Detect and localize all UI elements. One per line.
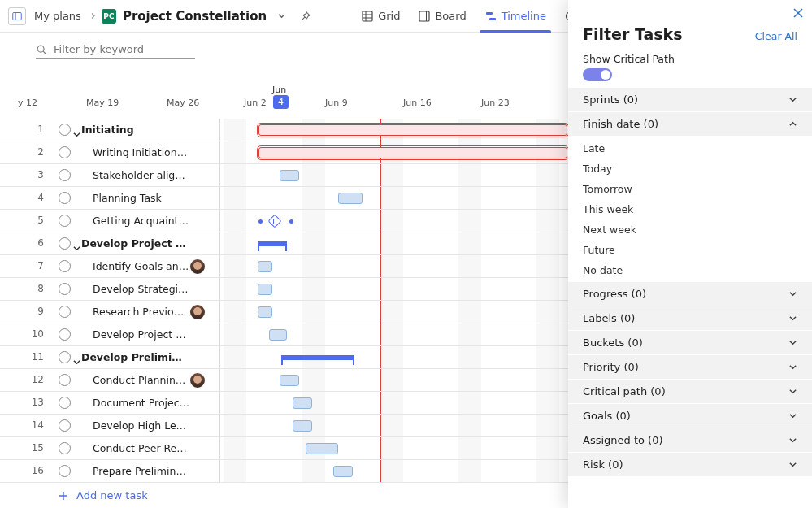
- task-row[interactable]: 16 Prepare Preliminary ...: [0, 460, 568, 482]
- complete-circle[interactable]: [59, 351, 71, 363]
- gantt-bar[interactable]: [293, 420, 312, 432]
- tab-timeline[interactable]: Timeline: [476, 0, 554, 33]
- plan-name[interactable]: Project Constellation: [123, 9, 267, 24]
- complete-circle[interactable]: [59, 124, 71, 136]
- task-row[interactable]: 6 Develop Project Char...: [0, 232, 568, 255]
- gantt-bar[interactable]: [333, 466, 353, 477]
- filter-section-finish-date[interactable]: Finish date (0): [568, 112, 812, 137]
- complete-circle[interactable]: [59, 146, 71, 158]
- close-panel-button[interactable]: [792, 7, 804, 22]
- complete-circle[interactable]: [59, 442, 71, 454]
- gantt-bar[interactable]: [269, 329, 287, 341]
- complete-circle[interactable]: [59, 283, 71, 295]
- milestone[interactable]: [268, 215, 282, 228]
- day-label[interactable]: Jun 23: [481, 98, 510, 108]
- tab-board[interactable]: Board: [410, 0, 474, 33]
- task-row[interactable]: 7 Identify Goals and ...: [0, 255, 568, 278]
- filter-section-goals[interactable]: Goals (0): [568, 404, 812, 428]
- complete-circle[interactable]: [59, 465, 71, 477]
- gantt-bar[interactable]: [306, 443, 338, 454]
- filter-section-sprints[interactable]: Sprints (0): [568, 88, 812, 112]
- day-label[interactable]: Jun 2: [244, 98, 267, 108]
- complete-circle[interactable]: [59, 192, 71, 204]
- filter-section-assigned[interactable]: Assigned to (0): [568, 428, 812, 453]
- task-row[interactable]: 8 Develop Strategies ...: [0, 278, 568, 301]
- critical-path-toggle[interactable]: [583, 68, 612, 81]
- filter-section-buckets[interactable]: Buckets (0): [568, 331, 812, 355]
- day-label[interactable]: Jun 9: [325, 98, 348, 108]
- gantt-bar[interactable]: [258, 306, 272, 318]
- day-label[interactable]: May 19: [86, 98, 119, 108]
- task-row[interactable]: 9 Research Previous E...: [0, 301, 568, 323]
- plan-dropdown-button[interactable]: [271, 7, 291, 26]
- complete-circle[interactable]: [59, 237, 71, 250]
- filter-section-priority[interactable]: Priority (0): [568, 355, 812, 380]
- clear-all-link[interactable]: Clear All: [755, 30, 797, 42]
- collapse-toggle[interactable]: [73, 240, 80, 255]
- gantt-bar[interactable]: [258, 147, 567, 158]
- filter-option-future[interactable]: Future: [568, 240, 812, 260]
- task-row[interactable]: 11 Develop Preliminary ...: [0, 346, 568, 369]
- collapse-toggle[interactable]: [73, 126, 80, 141]
- breadcrumb-root[interactable]: My plans: [31, 10, 85, 22]
- task-row[interactable]: 15 Conduct Peer Review: [0, 437, 568, 460]
- keyword-filter[interactable]: [36, 42, 195, 59]
- task-row[interactable]: 1 Initiating: [0, 119, 568, 141]
- timeline-icon: [484, 10, 497, 23]
- filter-option-nodate[interactable]: No date: [568, 260, 812, 280]
- gantt-bar[interactable]: [281, 355, 354, 360]
- complete-circle[interactable]: [59, 328, 71, 341]
- gantt-bar[interactable]: [258, 124, 567, 136]
- filter-section-risk[interactable]: Risk (0): [568, 453, 812, 477]
- assignee-avatar[interactable]: [190, 373, 205, 388]
- gantt-grid[interactable]: 1 Initiating 2 Writing Initiation Plan 3…: [0, 119, 568, 482]
- complete-circle[interactable]: [59, 397, 71, 409]
- toggle-sidebar-button[interactable]: [8, 7, 26, 25]
- task-row[interactable]: 13 Document Project C...: [0, 392, 568, 415]
- pin-button[interactable]: [296, 7, 315, 26]
- complete-circle[interactable]: [59, 419, 71, 432]
- task-row[interactable]: 10 Develop Project Cha...: [0, 323, 568, 346]
- gantt-bar[interactable]: [280, 170, 299, 181]
- milestone-dot: [289, 219, 293, 224]
- day-label[interactable]: May 26: [167, 98, 199, 108]
- filter-section-progress[interactable]: Progress (0): [568, 282, 812, 306]
- complete-circle[interactable]: [59, 169, 71, 181]
- tab-grid[interactable]: Grid: [353, 0, 408, 33]
- gantt-bar[interactable]: [338, 193, 363, 204]
- collapse-toggle[interactable]: [73, 354, 80, 369]
- complete-circle[interactable]: [59, 215, 71, 227]
- row-number: 16: [0, 465, 44, 476]
- assignee-avatar[interactable]: [190, 305, 205, 319]
- task-row[interactable]: 12 Conduct Planning ...: [0, 369, 568, 392]
- task-row[interactable]: 2 Writing Initiation Plan: [0, 141, 568, 164]
- gantt-bar[interactable]: [280, 375, 299, 386]
- task-row[interactable]: 5 Getting Acquainted: [0, 210, 568, 232]
- day-label[interactable]: y 12: [18, 98, 37, 108]
- gantt-bar[interactable]: [258, 241, 287, 246]
- filter-section-critical[interactable]: Critical path (0): [568, 380, 812, 404]
- task-row[interactable]: 14 Develop High Level ...: [0, 415, 568, 437]
- complete-circle[interactable]: [59, 260, 71, 272]
- task-row[interactable]: 3 Stakeholder alignment...: [0, 164, 568, 187]
- gantt-bar[interactable]: [293, 397, 312, 409]
- filter-option-today[interactable]: Today: [568, 158, 812, 179]
- keyword-input[interactable]: [52, 42, 190, 56]
- gantt-bar[interactable]: [258, 261, 272, 272]
- add-task-button[interactable]: Add new task: [0, 482, 568, 508]
- filter-option-thisweek[interactable]: This week: [568, 199, 812, 219]
- filter-option-nextweek[interactable]: Next week: [568, 219, 812, 240]
- gantt-bar[interactable]: [258, 284, 272, 295]
- chevron-down-icon: [788, 436, 797, 445]
- task-row[interactable]: 4 Planning Task: [0, 187, 568, 210]
- filter-option-late[interactable]: Late: [568, 138, 812, 158]
- filter-option-tomorrow[interactable]: Tomorrow: [568, 179, 812, 199]
- assignee-avatar[interactable]: [190, 259, 205, 274]
- complete-circle[interactable]: [59, 306, 71, 318]
- task-title: Stakeholder alignment...: [93, 169, 190, 181]
- task-title: Getting Acquainted: [93, 215, 190, 227]
- day-label[interactable]: Jun 16: [403, 98, 432, 108]
- today-pill[interactable]: 4: [273, 95, 289, 109]
- filter-section-labels[interactable]: Labels (0): [568, 306, 812, 331]
- complete-circle[interactable]: [59, 374, 71, 386]
